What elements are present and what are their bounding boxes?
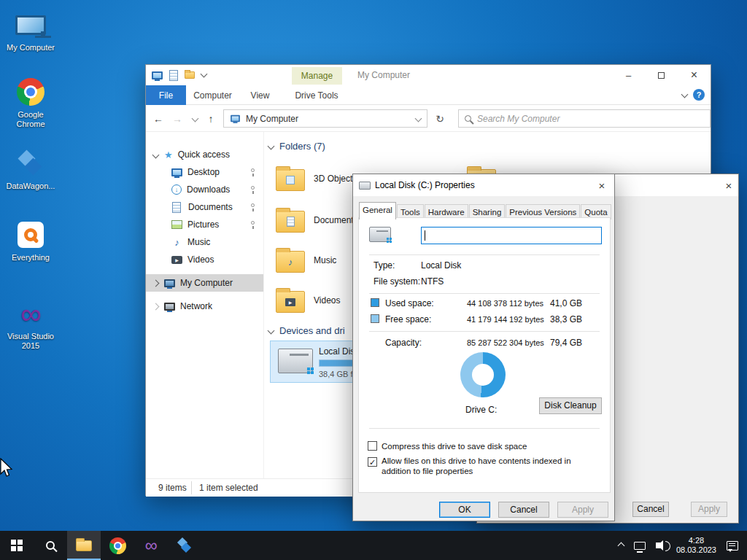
navigation-bar: ← → ↑ My Computer ↻ (146, 105, 711, 132)
taskbar-chrome-button[interactable] (101, 531, 134, 560)
customize-toolbar-chevron-icon[interactable] (201, 71, 208, 78)
close-button[interactable]: × (589, 174, 614, 196)
desktop-icon-datawagon[interactable]: DataWagon... (3, 147, 58, 191)
taskbar-app-button[interactable] (168, 531, 201, 560)
explorer-titlebar[interactable]: Manage My Computer – × (146, 65, 711, 85)
cancel-button[interactable]: Cancel (498, 502, 549, 518)
compress-checkbox[interactable] (368, 441, 377, 451)
close-icon: × (599, 179, 605, 192)
windows-logo-icon (11, 540, 23, 551)
sidebar-item-network[interactable]: Network (146, 298, 263, 315)
taskbar-explorer-button[interactable] (67, 531, 101, 560)
sidebar-item-pictures[interactable]: Pictures (146, 216, 263, 233)
dialog-title: Local Disk (C:) Properties (375, 174, 475, 196)
volume-tray-icon[interactable] (656, 542, 660, 548)
clock-time: 4:28 (676, 536, 716, 545)
sidebar-item-my-computer[interactable]: My Computer (146, 274, 263, 292)
folder-icon: ♪ (276, 251, 305, 273)
used-space-size: 41,0 GB (550, 298, 582, 308)
tab-view[interactable]: View (239, 85, 281, 105)
collapse-ribbon-chevron-icon[interactable] (681, 91, 689, 98)
maximize-button[interactable] (645, 65, 678, 85)
minimize-button[interactable]: – (612, 65, 645, 85)
disk-cleanup-button[interactable]: Disk Cleanup (539, 397, 602, 414)
search-icon (46, 541, 55, 550)
desktop-icon-everything[interactable]: Everything (3, 219, 58, 262)
search-input[interactable] (477, 114, 704, 124)
group-header-devices[interactable]: Devices and dri (268, 325, 345, 336)
chevron-right-icon[interactable] (152, 303, 160, 310)
music-icon: ♪ (171, 237, 182, 248)
capacity-bytes: 85 287 522 304 bytes (467, 338, 544, 347)
desktop-icon-google-chrome[interactable]: Google Chrome (3, 76, 58, 129)
start-button[interactable] (0, 531, 34, 560)
chevron-down-icon[interactable] (268, 143, 275, 150)
tab-file[interactable]: File (146, 85, 186, 105)
file-explorer-icon (76, 540, 92, 551)
compress-checkbox-label[interactable]: Compress this drive to save disk space (382, 441, 527, 451)
index-checkbox[interactable]: ✓ (368, 457, 377, 467)
taskbar-clock[interactable]: 4:28 08.03.2023 (676, 536, 716, 555)
sidebar-item-label: Quick access (178, 149, 230, 160)
ribbon-tab-strip: File Computer View Drive Tools ? (146, 85, 711, 105)
drive-letter-label: Drive C: (465, 405, 497, 415)
tab-general[interactable]: General (359, 202, 396, 219)
apply-button[interactable]: Apply (691, 502, 727, 517)
file-system-label: File system: (374, 276, 420, 287)
cancel-button[interactable]: Cancel (632, 502, 669, 517)
sidebar-item-label: Network (180, 301, 212, 311)
drive-free-space-label: 38,4 GB fr (319, 370, 355, 378)
action-center-icon[interactable] (727, 541, 738, 551)
desktop-icon-visual-studio[interactable]: ∞ Visual Studio 2015 (3, 298, 58, 351)
sidebar-item-quick-access[interactable]: ★ Quick access (146, 146, 263, 163)
windows-flag-icon (307, 368, 310, 370)
desktop-icon-label: Google Chrome (4, 110, 58, 129)
desktop-icon-label: My Computer (7, 43, 55, 52)
tab-drive-tools[interactable]: Drive Tools (291, 85, 342, 105)
index-checkbox-label[interactable]: Allow files on this drive to have conten… (382, 456, 599, 476)
properties-shortcut-icon[interactable] (169, 70, 178, 81)
tray-hidden-icons-chevron-icon[interactable] (617, 542, 624, 549)
chevron-down-icon[interactable] (268, 327, 275, 335)
sidebar-item-music[interactable]: ♪ Music (146, 233, 263, 251)
recent-locations-button[interactable] (187, 105, 203, 132)
taskbar-search-button[interactable] (34, 531, 67, 560)
group-header-folders[interactable]: Folders (7) (268, 141, 325, 152)
tab-computer[interactable]: Computer (186, 85, 239, 105)
sidebar-item-downloads[interactable]: ↓ Downloads (146, 181, 263, 198)
quick-access-icon: ★ (164, 150, 173, 160)
dialog-titlebar[interactable]: Local Disk (C:) Properties × (353, 174, 614, 196)
sidebar-item-label: Downloads (187, 184, 230, 195)
address-dropdown-chevron-icon[interactable] (415, 115, 422, 122)
close-button[interactable]: × (678, 65, 711, 85)
help-icon[interactable]: ? (693, 89, 705, 101)
volume-label-input[interactable] (421, 227, 602, 244)
search-box[interactable] (458, 109, 711, 128)
sidebar-item-desktop[interactable]: Desktop (146, 163, 263, 181)
chevron-right-icon[interactable] (152, 279, 160, 287)
up-button[interactable]: ↑ (203, 105, 219, 132)
ok-button[interactable]: OK (439, 502, 490, 518)
music-note-icon: ♪ (285, 257, 296, 268)
desktop-icon-my-computer[interactable]: My Computer (3, 9, 58, 52)
my-computer-icon (164, 279, 175, 287)
pin-icon (251, 186, 255, 190)
new-folder-shortcut-icon[interactable] (185, 71, 195, 79)
address-bar[interactable]: My Computer (223, 109, 427, 128)
chevron-down-icon[interactable] (152, 151, 160, 158)
sidebar-item-videos[interactable]: ▶ Videos (146, 251, 263, 268)
refresh-button[interactable]: ↻ (432, 105, 448, 132)
network-tray-icon[interactable] (634, 542, 646, 550)
apply-button[interactable]: Apply (557, 502, 608, 518)
taskbar-visual-studio-button[interactable]: ∞ (134, 531, 168, 560)
minimize-icon: – (626, 70, 631, 81)
back-button[interactable]: ← (150, 105, 166, 132)
type-label: Type: (374, 260, 395, 271)
system-menu-icon[interactable] (152, 71, 163, 79)
sidebar-item-documents[interactable]: Documents (146, 198, 263, 216)
forward-button[interactable]: → (169, 105, 185, 132)
close-button[interactable]: × (719, 174, 738, 196)
folder-item-label: Documents (314, 215, 358, 225)
up-icon: ↑ (209, 113, 214, 125)
ribbon-contextual-group-manage[interactable]: Manage (292, 67, 342, 85)
